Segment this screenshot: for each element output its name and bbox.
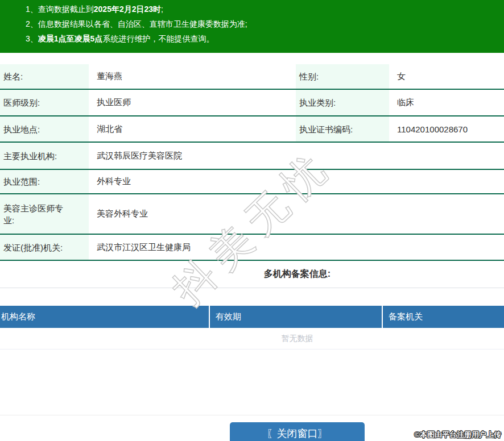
practice-category-value: 临床: [389, 97, 504, 108]
physician-info-table: 姓名: 董海燕 性别: 女 医师级别: 执业医师 执业类别: 临床 执业地点: …: [0, 64, 504, 261]
info-row-issuing-authority: 发证(批准)机关: 武汉市江汉区卫生健康局: [0, 235, 504, 261]
gender-value: 女: [389, 71, 504, 82]
notice-bold: 凌晨1点至凌晨5点: [38, 34, 103, 43]
notice-text: ;: [161, 5, 163, 14]
doctor-level-value: 执业医师: [89, 97, 296, 108]
close-window-button[interactable]: 〖关闭窗口〗: [230, 422, 365, 441]
info-row-location-license: 执业地点: 湖北省 执业证书编码: 110420100028670: [0, 117, 504, 143]
footer-divider: [0, 415, 504, 415]
practice-scope-label: 执业范围:: [0, 170, 89, 193]
column-validity-period: 有效期: [209, 306, 382, 328]
info-row-level-category: 医师级别: 执业医师 执业类别: 临床: [0, 90, 504, 117]
practice-category-label: 执业类别:: [296, 90, 389, 115]
info-row-cosmetic-specialty: 美容主诊医师专业: 美容外科专业: [0, 194, 504, 235]
notice-text: 查询数据截止到: [38, 5, 94, 14]
main-institution-value: 武汉韩辰医疗美容医院: [89, 151, 504, 161]
notice-number: 3、: [26, 34, 38, 43]
practice-location-value: 湖北省: [89, 124, 296, 135]
cosmetic-specialty-value: 美容外科专业: [89, 209, 504, 219]
notice-line-3: 3、凌晨1点至凌晨5点系统进行维护，不能提供查询。: [26, 31, 504, 46]
notice-number: 1、: [26, 5, 38, 14]
filing-section-title: 多机构备案信息:: [0, 261, 504, 288]
notice-banner: 1、查询数据截止到2025年2月2日23时; 2、信息数据结果以各省、自治区、直…: [0, 0, 504, 53]
notice-text: 信息数据结果以各省、自治区、直辖市卫生健康委数据为准;: [38, 19, 247, 28]
main-institution-label: 主要执业机构:: [0, 143, 89, 169]
issuing-authority-value: 武汉市江汉区卫生健康局: [89, 242, 504, 253]
notice-text: 系统进行维护，不能提供查询。: [102, 34, 214, 43]
name-value: 董海燕: [89, 71, 296, 82]
column-filing-authority: 备案机关: [382, 306, 504, 328]
filing-empty-state: 暂无数据: [0, 328, 504, 350]
info-row-main-institution: 主要执业机构: 武汉韩辰医疗美容医院: [0, 143, 504, 170]
upload-credit-text: ©本图由平台注册用户上传: [414, 430, 501, 440]
doctor-level-label: 医师级别:: [0, 90, 89, 115]
practice-scope-value: 外科专业: [89, 176, 504, 187]
notice-bold: 2025年2月2日23时: [94, 5, 161, 14]
license-number-label: 执业证书编码:: [296, 117, 389, 142]
license-number-value: 110420100028670: [389, 124, 504, 134]
column-institution-name: 机构名称: [0, 306, 209, 328]
name-label: 姓名:: [0, 64, 89, 89]
notice-number: 2、: [26, 19, 38, 28]
page: 1、查询数据截止到2025年2月2日23时; 2、信息数据结果以各省、自治区、直…: [0, 0, 504, 441]
notice-line-2: 2、信息数据结果以各省、自治区、直辖市卫生健康委数据为准;: [26, 16, 504, 31]
issuing-authority-label: 发证(批准)机关:: [0, 235, 89, 260]
info-row-name-gender: 姓名: 董海燕 性别: 女: [0, 64, 504, 90]
notice-line-1: 1、查询数据截止到2025年2月2日23时;: [26, 2, 504, 16]
gender-label: 性别:: [296, 64, 389, 89]
filing-table-header: 机构名称 有效期 备案机关: [0, 306, 504, 328]
practice-location-label: 执业地点:: [0, 117, 89, 142]
info-row-practice-scope: 执业范围: 外科专业: [0, 170, 504, 194]
cosmetic-specialty-label: 美容主诊医师专业:: [0, 194, 89, 234]
